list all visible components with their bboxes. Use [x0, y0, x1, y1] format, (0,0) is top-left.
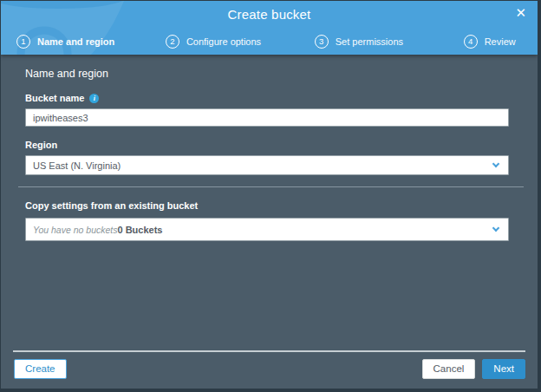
info-icon[interactable]: i [89, 94, 99, 103]
no-buckets-placeholder: You have no buckets [33, 225, 118, 235]
step-label: Name and region [37, 36, 114, 47]
create-bucket-modal: Create bucket ✕ 1 Name and region 2 Conf… [1, 1, 538, 389]
step-label: Review [485, 36, 516, 47]
wizard-stepper: 1 Name and region 2 Configure options 3 … [16, 35, 538, 49]
modal-header: Create bucket ✕ 1 Name and region 2 Conf… [1, 1, 538, 55]
section-divider [18, 186, 524, 187]
footer-right-buttons: Cancel Next [422, 359, 525, 379]
region-label: Region [25, 140, 509, 150]
bucket-count: 0 Buckets [118, 225, 163, 235]
step-name-and-region[interactable]: 1 Name and region [16, 35, 166, 49]
step-circle: 2 [166, 35, 179, 49]
step-review[interactable]: 4 Review [464, 35, 538, 49]
cancel-button[interactable]: Cancel [422, 359, 476, 379]
chevron-down-icon [492, 224, 499, 231]
step-circle: 1 [16, 35, 30, 49]
region-select[interactable]: US East (N. Virginia) [25, 155, 509, 175]
step-label: Configure options [186, 36, 261, 47]
step-label: Set permissions [336, 36, 403, 47]
modal-body: Name and region Bucket name i Region US … [1, 55, 538, 389]
bucket-name-label-text: Bucket name [25, 93, 84, 103]
step-circle: 4 [464, 35, 478, 49]
bucket-name-input[interactable] [25, 108, 509, 127]
region-selected-value: US East (N. Virginia) [33, 160, 121, 171]
screenshot-frame: Create bucket ✕ 1 Name and region 2 Conf… [0, 0, 541, 392]
copy-settings-label-text: Copy settings from an existing bucket [25, 200, 198, 211]
step-configure-options[interactable]: 2 Configure options [166, 35, 315, 49]
step-set-permissions[interactable]: 3 Set permissions [315, 35, 464, 49]
section-heading: Name and region [25, 55, 509, 80]
bucket-name-label: Bucket name i [25, 93, 509, 103]
copy-settings-label: Copy settings from an existing bucket [25, 200, 509, 211]
modal-title: Create bucket [1, 7, 538, 22]
step-circle: 3 [315, 35, 329, 49]
chevron-down-icon [492, 160, 499, 167]
next-button[interactable]: Next [482, 359, 525, 379]
region-label-text: Region [25, 140, 57, 150]
close-icon[interactable]: ✕ [515, 5, 526, 21]
copy-settings-select[interactable]: You have no buckets 0 Buckets [25, 218, 509, 241]
create-button[interactable]: Create [14, 359, 67, 379]
modal-footer: Create Cancel Next [13, 350, 525, 389]
